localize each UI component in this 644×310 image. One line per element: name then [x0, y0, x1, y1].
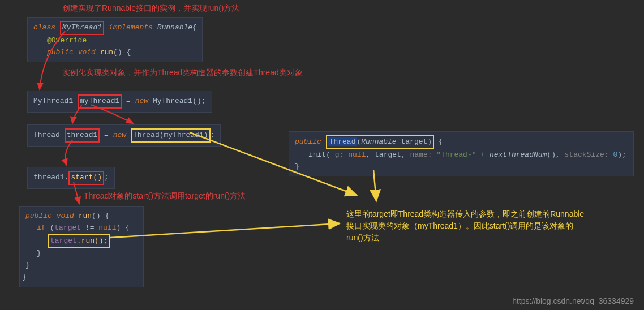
code-line: } [295, 161, 628, 173]
highlight-thread-ctor-call: Thread(myThread1) [131, 128, 211, 143]
code-line: } [22, 272, 138, 283]
annotation-top-create: 创建实现了Runnable接口的实例，并实现run()方法 [62, 3, 240, 14]
annotation-start-calls-run: Thread对象的start()方法调用target的run()方法 [84, 191, 246, 201]
code-line: @Override [33, 35, 196, 47]
code-line: target.run(); [25, 234, 138, 248]
code-box-new-thread: Thread thread1 = new Thread(myThread1); [27, 124, 221, 147]
highlight-thread-ctor-sig: Thread(Runnable target) [326, 135, 434, 149]
highlight-target-run: target.run(); [48, 234, 110, 248]
highlight-var-thread1: thread1 [65, 128, 100, 143]
watermark: https://blog.csdn.net/qq_36334929 [512, 296, 634, 305]
code-line: } [25, 260, 138, 272]
highlight-start-call: start() [68, 171, 104, 185]
code-box-thread-ctor: public Thread(Runnable target) { init( g… [289, 131, 634, 176]
code-box-class-decl: class MyThread1 implements Runnable{ @Ov… [27, 17, 203, 62]
annotation-override: @Override [47, 36, 87, 45]
code-box-start-call: thread1.start(); [27, 167, 115, 189]
annotation-target-explain: 这里的target即Thread类构造器传入的参数，即之前创建的Runnable… [346, 208, 629, 244]
impl-name: Runnable [157, 23, 192, 32]
code-box-new-mythread: MyThread1 myThread1 = new MyThread1(); [27, 91, 212, 113]
code-line: init( g: null, target, name: "Thread-" +… [295, 149, 628, 161]
kw-implements: implements [109, 23, 153, 32]
code-line: if (target != null) { [25, 222, 138, 234]
kw-class: class [33, 23, 55, 32]
code-line: } [25, 248, 138, 260]
code-line: MyThread1 myThread1 = new MyThread1(); [33, 94, 206, 109]
code-line: Thread thread1 = new Thread(myThread1); [33, 128, 214, 143]
code-line: public void run() { [25, 210, 138, 222]
arrow-yellow [110, 223, 340, 238]
code-line: class MyThread1 implements Runnable{ [33, 21, 196, 35]
code-line: public Thread(Runnable target) { [295, 135, 628, 149]
code-line: thread1.start(); [33, 171, 109, 185]
code-box-run-impl: public void run() { if (target != null) … [19, 206, 144, 287]
highlight-class-name: MyThread1 [60, 21, 104, 35]
highlight-var-mythread1: myThread1 [78, 94, 122, 109]
code-line: public void run() { [33, 47, 196, 59]
annotation-instantiate: 实例化实现类对象，并作为Thread类构造器的参数创建Thread类对象 [62, 68, 303, 78]
